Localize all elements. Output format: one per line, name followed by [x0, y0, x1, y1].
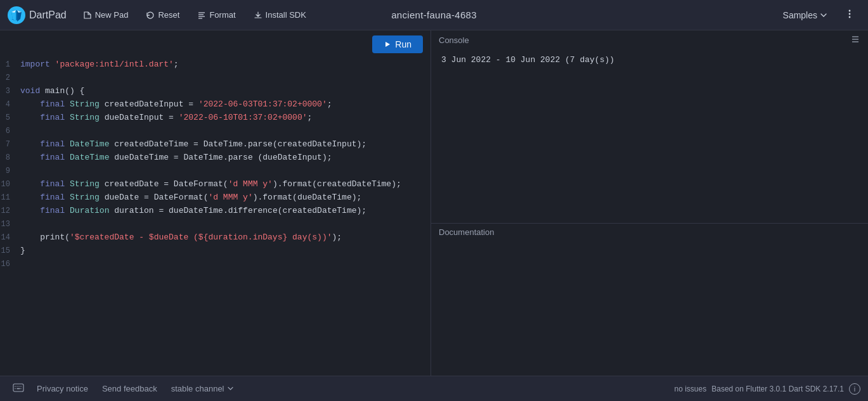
code-line: 3void main() { [0, 85, 431, 98]
code-line: 13 [0, 218, 431, 231]
code-line: 2 [0, 72, 431, 85]
right-panel: Console 3 Jun 2022 - 10 Jun 2022 (7 day(… [431, 30, 868, 376]
line-code: } [20, 245, 431, 258]
bottombar: Privacy notice Send feedback stable chan… [0, 376, 868, 401]
code-line: 11 final String dueDate = DateFormat('d … [0, 191, 431, 205]
format-icon [197, 11, 206, 20]
line-number: 8 [0, 151, 20, 164]
line-number: 9 [0, 165, 20, 177]
line-code [20, 72, 431, 85]
issues-status: no issues [675, 385, 707, 393]
topbar-right: Samples [477, 5, 860, 25]
install-sdk-button[interactable]: Install SDK [247, 7, 313, 23]
more-icon [844, 8, 855, 20]
bottombar-left: Privacy notice Send feedback stable chan… [8, 381, 675, 397]
code-line: 7 final DateTime createdDateTime = DateT… [0, 138, 431, 151]
chevron-down-icon [820, 11, 827, 19]
info-button[interactable]: i [849, 383, 860, 395]
line-code: final DateTime createdDateTime = DateTim… [20, 138, 431, 151]
reset-icon [146, 11, 155, 20]
document-title: ancient-fauna-4683 [391, 10, 477, 20]
line-code [20, 218, 431, 231]
line-number: 16 [0, 258, 20, 271]
code-line: 14 print('$createdDate - $dueDate (${dur… [0, 231, 431, 245]
main-content: Run 1import 'package:intl/intl.dart';2 3… [0, 30, 868, 376]
console-section: Console 3 Jun 2022 - 10 Jun 2022 (7 day(… [431, 30, 868, 224]
documentation-header: Documentation [431, 224, 868, 241]
line-code: void main() { [20, 85, 431, 98]
console-label: Console [439, 35, 469, 45]
send-feedback-button[interactable]: Send feedback [96, 381, 164, 396]
line-number: 2 [0, 72, 20, 84]
line-code: final Duration duration = dueDateTime.di… [20, 205, 431, 218]
app-name: DartPad [29, 10, 67, 21]
svg-point-6 [849, 13, 851, 15]
new-pad-button[interactable]: New Pad [77, 7, 135, 23]
line-code: final String createdDateInput = '2022-06… [20, 98, 431, 111]
editor-toolbar: Run [0, 30, 431, 58]
line-number: 11 [0, 191, 20, 204]
line-code: import 'package:intl/intl.dart'; [20, 58, 431, 72]
line-code: print('$createdDate - $dueDate (${durati… [20, 231, 431, 245]
code-line: 6 [0, 125, 431, 138]
samples-button[interactable]: Samples [777, 7, 834, 23]
line-number: 13 [0, 218, 20, 231]
hamburger-icon [850, 34, 860, 44]
line-number: 1 [0, 58, 20, 71]
run-button[interactable]: Run [372, 35, 423, 53]
line-number: 5 [0, 111, 20, 124]
dart-logo-icon [8, 6, 25, 24]
editor-panel: Run 1import 'package:intl/intl.dart';2 3… [0, 30, 431, 376]
line-code [20, 125, 431, 138]
line-number: 3 [0, 85, 20, 98]
line-code: final String createdDate = DateFormat('d… [20, 178, 431, 191]
line-number: 4 [0, 98, 20, 111]
flutter-version-info: Based on Flutter 3.0.1 Dart SDK 2.17.1 [711, 385, 844, 393]
line-number: 12 [0, 205, 20, 217]
logo: DartPad [8, 6, 67, 24]
channel-chevron-icon [227, 385, 234, 392]
install-sdk-icon [254, 11, 262, 20]
run-play-icon [384, 41, 391, 48]
line-number: 6 [0, 125, 20, 137]
code-line: 15} [0, 245, 431, 258]
code-line: 1import 'package:intl/intl.dart'; [0, 58, 431, 72]
console-header: Console [431, 30, 868, 50]
keyboard-icon [13, 383, 24, 392]
keyboard-button[interactable] [8, 381, 29, 397]
svg-point-7 [849, 16, 851, 18]
topbar: DartPad New Pad Reset Format [0, 0, 868, 30]
code-line: 9 [0, 165, 431, 178]
privacy-notice-button[interactable]: Privacy notice [30, 381, 94, 396]
line-code [20, 258, 431, 271]
format-button[interactable]: Format [191, 7, 242, 23]
line-code: final DateTime dueDateTime = DateTime.pa… [20, 151, 431, 165]
line-code: final String dueDateInput = '2022-06-10T… [20, 111, 431, 125]
reset-button[interactable]: Reset [139, 7, 186, 23]
code-line: 16 [0, 258, 431, 271]
line-number: 14 [0, 231, 20, 244]
svg-point-5 [849, 10, 851, 12]
line-code [20, 165, 431, 178]
console-menu-icon[interactable] [850, 34, 860, 46]
code-line: 10 final String createdDate = DateFormat… [0, 178, 431, 191]
new-pad-icon [83, 11, 92, 20]
code-line: 4 final String createdDateInput = '2022-… [0, 98, 431, 111]
channel-selector[interactable]: stable channel [165, 381, 240, 396]
svg-rect-11 [13, 384, 23, 391]
topbar-left: DartPad New Pad Reset Format [8, 6, 391, 24]
line-number: 7 [0, 138, 20, 151]
code-line: 12 final Duration duration = dueDateTime… [0, 205, 431, 218]
code-line: 5 final String dueDateInput = '2022-06-1… [0, 111, 431, 125]
line-number: 15 [0, 245, 20, 257]
code-editor[interactable]: 1import 'package:intl/intl.dart';2 3void… [0, 58, 431, 376]
documentation-section: Documentation [431, 224, 868, 376]
console-output: 3 Jun 2022 - 10 Jun 2022 (7 day(s)) [431, 50, 868, 223]
documentation-label: Documentation [439, 227, 494, 237]
code-line: 8 final DateTime dueDateTime = DateTime.… [0, 151, 431, 165]
line-code: final String dueDate = DateFormat('d MMM… [20, 191, 431, 205]
line-number: 10 [0, 178, 20, 191]
more-options-button[interactable] [839, 5, 860, 25]
bottombar-right: no issues Based on Flutter 3.0.1 Dart SD… [675, 383, 860, 395]
